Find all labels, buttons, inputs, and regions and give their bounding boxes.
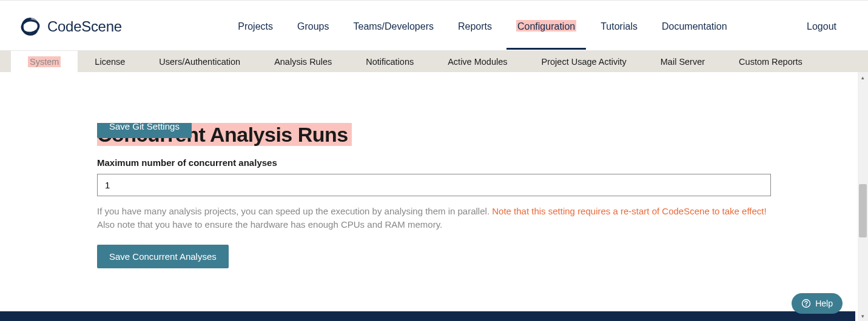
scroll-down-icon[interactable]: ▾ xyxy=(858,311,868,321)
subnav-active-modules[interactable]: Active Modules xyxy=(431,51,524,72)
nav-groups[interactable]: Groups xyxy=(297,4,329,49)
help-label: Help xyxy=(815,299,833,308)
subnav-notifications[interactable]: Notifications xyxy=(349,51,431,72)
nav-projects[interactable]: Projects xyxy=(238,4,273,49)
nav-teams-developers[interactable]: Teams/Developers xyxy=(353,4,434,49)
scrollbar[interactable]: ▴ ▾ xyxy=(858,72,868,321)
subnav-custom-reports[interactable]: Custom Reports xyxy=(722,51,819,72)
subnav-system[interactable]: System xyxy=(11,51,78,72)
save-concurrent-analyses-button[interactable]: Save Concurrent Analyses xyxy=(97,245,229,268)
scroll-thumb[interactable] xyxy=(859,184,867,237)
max-concurrent-label: Maximum number of concurrent analyses xyxy=(97,157,771,168)
help-widget[interactable]: Help xyxy=(792,293,843,314)
main-nav: Projects Groups Teams/Developers Reports… xyxy=(158,4,807,49)
topnav: CodeScene Projects Groups Teams/Develope… xyxy=(0,2,868,51)
help-text-before: If you have many analysis projects, you … xyxy=(97,206,492,216)
max-concurrent-input[interactable] xyxy=(97,174,771,196)
nav-reports[interactable]: Reports xyxy=(458,4,492,49)
subnav-mail-server[interactable]: Mail Server xyxy=(644,51,722,72)
help-icon xyxy=(801,299,811,308)
subnav-project-usage[interactable]: Project Usage Activity xyxy=(525,51,644,72)
help-text-after: Also note that you have to ensure the ha… xyxy=(97,219,442,230)
content-scroll[interactable]: Save Git Settings Concurrent Analysis Ru… xyxy=(0,72,868,319)
subnav: System License Users/Authentication Anal… xyxy=(0,51,868,72)
save-git-settings-button[interactable]: Save Git Settings xyxy=(97,114,192,138)
brand-name: CodeScene xyxy=(47,18,122,35)
section-concurrent-title: Concurrent Analysis Runs xyxy=(97,123,771,147)
logo-icon xyxy=(19,16,41,38)
help-text: If you have many analysis projects, you … xyxy=(97,205,771,231)
logout-link[interactable]: Logout xyxy=(807,21,849,32)
scroll-up-icon[interactable]: ▴ xyxy=(858,72,868,82)
footer-bar xyxy=(0,311,855,321)
nav-configuration[interactable]: Configuration xyxy=(516,4,576,49)
logo[interactable]: CodeScene xyxy=(19,16,122,38)
subnav-analysis-rules[interactable]: Analysis Rules xyxy=(257,51,349,72)
help-text-warning: Note that this setting requires a re-sta… xyxy=(492,206,766,216)
nav-documentation[interactable]: Documentation xyxy=(662,4,727,49)
svg-point-2 xyxy=(806,305,807,306)
subnav-users-auth[interactable]: Users/Authentication xyxy=(142,51,257,72)
nav-tutorials[interactable]: Tutorials xyxy=(601,4,638,49)
subnav-license[interactable]: License xyxy=(78,51,142,72)
